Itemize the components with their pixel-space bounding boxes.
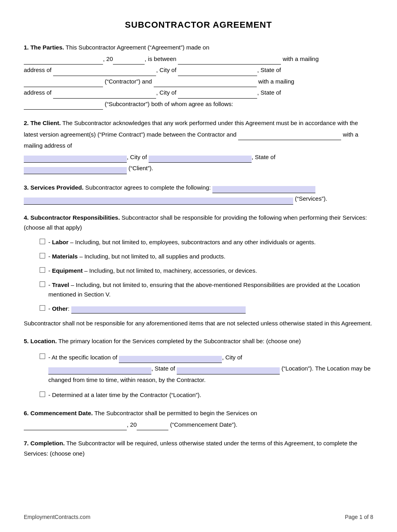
section6-year: , 20 xyxy=(127,421,137,428)
section1-cityof1: , City of xyxy=(156,66,176,73)
materials-label: Materials xyxy=(52,253,78,260)
section5-text: The primary location for the Services co… xyxy=(57,338,301,344)
section1-addressof1: address of xyxy=(24,66,52,73)
field-client-city[interactable] xyxy=(149,156,252,163)
checkbox-location2-box[interactable] xyxy=(40,391,45,397)
section1-text1: This Subcontractor Agreement (“Agreement… xyxy=(64,44,210,51)
field-client-name[interactable] xyxy=(238,133,341,140)
section6-heading: 6. Commencement Date. xyxy=(24,410,93,416)
section-6: 6. Commencement Date. The Subcontractor … xyxy=(24,408,373,430)
field-client-state[interactable] xyxy=(24,167,127,174)
field-subcontractor-city[interactable] xyxy=(178,91,257,99)
other-label: Other xyxy=(52,305,68,312)
checkbox-location2: - Determined at a later time by the Cont… xyxy=(40,390,373,400)
field-other[interactable] xyxy=(71,306,246,314)
section-4: 4. Subcontractor Responsibilities. Subco… xyxy=(24,213,373,329)
materials-text: Including, but not limited to, all suppl… xyxy=(83,253,225,260)
field-subcontractor-name[interactable] xyxy=(154,80,257,87)
footer-right: Page 1 of 8 xyxy=(345,514,373,520)
checkbox-other: - Other: xyxy=(40,304,373,314)
section-1: 1. The Parties. This Subcontractor Agree… xyxy=(24,42,373,110)
field-contractor-address[interactable] xyxy=(53,69,156,76)
section3-services: (“Services”). xyxy=(295,195,327,202)
travel-dash: – xyxy=(71,281,74,288)
section1-contractorand: (“Contractor”) and xyxy=(105,78,152,85)
section5-option2: - Determined at a later time by the Cont… xyxy=(48,390,373,400)
section6-text: The Subcontractor shall be permitted to … xyxy=(93,410,257,416)
field-commencement-date[interactable] xyxy=(24,423,127,430)
section3-heading: 3. Services Provided. xyxy=(24,184,84,191)
travel-label: Travel xyxy=(52,281,69,288)
field-contractor-name[interactable] xyxy=(178,57,281,65)
page-title: SUBCONTRACTOR AGREEMENT xyxy=(24,20,373,30)
section5-heading: 5. Location. xyxy=(24,338,57,344)
section2-stateof: , State of xyxy=(252,154,275,160)
section-2: 2. The Client. The Subcontractor acknowl… xyxy=(24,118,373,174)
section1-cityof2: , City of xyxy=(156,89,176,96)
equipment-label: Equipment xyxy=(52,267,83,274)
section3-text: Subcontractor agrees to complete the fol… xyxy=(84,184,211,191)
section1-heading: 1. The Parties. xyxy=(24,44,64,51)
checkbox-labor-box[interactable] xyxy=(40,239,45,244)
field-location-state[interactable] xyxy=(177,367,280,374)
footer-left: EmploymentContracts.com xyxy=(24,514,90,520)
section1-subcontractor: (“Subcontractor”) both of whom agree as … xyxy=(105,101,233,107)
checkbox-travel: - Travel – Including, but not limited to… xyxy=(40,280,373,299)
section2-client: (“Client”). xyxy=(128,165,153,171)
section2-cityof: , City of xyxy=(127,154,147,160)
section1-addressof2: address of xyxy=(24,89,52,96)
section4-footer: Subcontractor shall not be responsible f… xyxy=(24,318,373,329)
field-commencement-year[interactable] xyxy=(137,423,168,430)
field-location-address[interactable] xyxy=(119,356,222,363)
other-dash: : xyxy=(68,305,69,312)
section5-option1: - At the specific location of xyxy=(48,354,117,361)
checkbox-labor: - Labor – Including, but not limited to,… xyxy=(40,238,373,247)
section7-text: The Subcontractor will be required, unle… xyxy=(24,440,357,457)
footer: EmploymentContracts.com Page 1 of 8 xyxy=(24,514,373,520)
section1-stateof2: , State of xyxy=(257,89,281,96)
materials-dash: – xyxy=(79,253,82,260)
section1-withmailing: with a mailing xyxy=(281,55,319,62)
section1-isbetween: , is between xyxy=(145,55,176,62)
equipment-dash: – xyxy=(84,267,88,274)
section-5: 5. Location. The primary location for th… xyxy=(24,336,373,400)
checkbox-equipment-box[interactable] xyxy=(40,267,45,273)
field-date[interactable] xyxy=(24,57,103,65)
checkbox-travel-box[interactable] xyxy=(40,281,45,287)
section2-heading: 2. The Client. xyxy=(24,120,61,126)
field-contractor-state[interactable] xyxy=(24,80,103,87)
field-subcontractor-address[interactable] xyxy=(53,91,156,99)
travel-text: Including, but not limited to, ensuring … xyxy=(48,281,360,298)
field-client-address[interactable] xyxy=(24,156,127,163)
checkbox-materials-box[interactable] xyxy=(40,253,45,258)
field-location-city[interactable] xyxy=(48,367,151,374)
field-services-2[interactable] xyxy=(24,198,293,205)
section5-stateof: , State of xyxy=(151,365,175,372)
checkbox-other-box[interactable] xyxy=(40,305,45,311)
section1-withmailing2: with a mailing xyxy=(257,78,294,85)
section7-heading: 7. Completion. xyxy=(24,440,65,446)
section-7: 7. Completion. The Subcontractor will be… xyxy=(24,438,373,458)
section6-commencement: (“Commencement Date”). xyxy=(170,421,237,428)
labor-label: Labor xyxy=(52,239,69,245)
checkbox-location1: - At the specific location of , City of … xyxy=(40,352,373,386)
checkbox-location1-box[interactable] xyxy=(40,353,45,359)
field-services-1[interactable] xyxy=(212,186,315,193)
section-3: 3. Services Provided. Subcontractor agre… xyxy=(24,182,373,205)
section1-year: , 20 xyxy=(103,55,113,62)
section1-stateof1: , State of xyxy=(257,66,281,73)
field-subcontractor-state[interactable] xyxy=(24,103,103,110)
section5-cityof: , City of xyxy=(222,354,242,361)
checkbox-equipment: - Equipment – Including, but not limited… xyxy=(40,266,373,276)
section4-heading: 4. Subcontractor Responsibilities. xyxy=(24,214,120,221)
field-year[interactable] xyxy=(113,57,145,65)
checkbox-materials: - Materials – Including, but not limited… xyxy=(40,252,373,261)
labor-text: Including, but not limited to, employees… xyxy=(73,239,315,245)
equipment-text: Including, but not limited to, machinery… xyxy=(88,267,257,274)
field-contractor-city[interactable] xyxy=(178,69,257,76)
